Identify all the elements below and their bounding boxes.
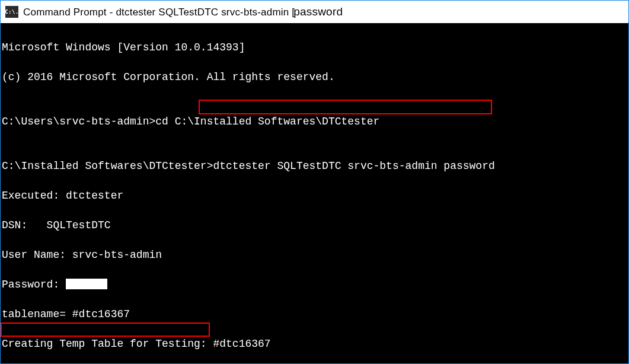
- highlight-command-box: [199, 100, 492, 114]
- title-bar[interactable]: C:\. Command Prompt - dtctester SQLTestD…: [1, 1, 628, 23]
- terminal-line: Creating Temp Table for Testing: #dtc163…: [2, 337, 626, 352]
- terminal-line: Password:: [2, 277, 626, 292]
- cmd-icon: C:\.: [5, 6, 18, 18]
- terminal-line: User Name: srvc-bts-admin: [2, 248, 626, 263]
- terminal[interactable]: Microsoft Windows [Version 10.0.14393] (…: [1, 23, 628, 363]
- terminal-line: Microsoft Windows [Version 10.0.14393]: [2, 40, 626, 55]
- highlight-commit-box: [1, 323, 210, 337]
- terminal-line: DSN: SQLTestDTC: [2, 218, 626, 233]
- password-mask: [66, 279, 107, 289]
- terminal-line: Executed: dtctester: [2, 189, 626, 203]
- password-arg: password: [443, 160, 494, 172]
- command-text: dtctester SQLTestDTC srvc-bts-admin: [213, 160, 443, 172]
- window-title: Command Prompt - dtctester SQLTestDTC sr…: [23, 5, 343, 18]
- terminal-line: tablename= #dtc16367: [2, 307, 626, 322]
- terminal-line: (c) 2016 Microsoft Corporation. All righ…: [2, 70, 626, 85]
- terminal-line: C:\Installed Softwares\DTCtester>dtctest…: [2, 159, 626, 174]
- terminal-line: C:\Users\srvc-bts-admin>cd C:\Installed …: [2, 114, 626, 129]
